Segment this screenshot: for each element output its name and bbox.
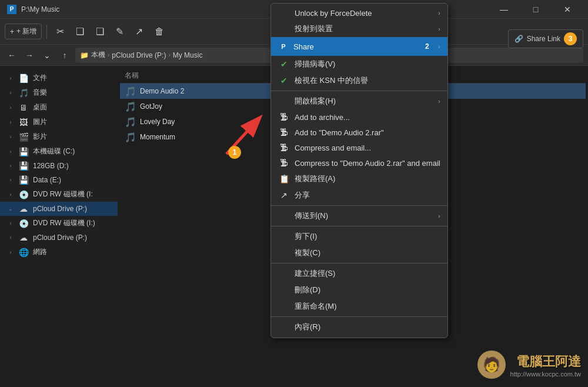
watermark: 🧑 電腦王阿達 http://www.kocpc.com.tw xyxy=(477,351,581,380)
dropdown-button[interactable]: ⌄ xyxy=(40,48,54,62)
sidebar-item-pictures[interactable]: › 🖼 圖片 xyxy=(0,115,118,129)
context-menu: Unlock by ForceDelete › 投射到裝置 › P Share … xyxy=(270,3,448,338)
cm-open-label: 開啟檔案(H) xyxy=(295,96,433,106)
expand-icon: › xyxy=(7,104,14,111)
sidebar-item-pcloud2[interactable]: › ☁ pCloud Drive (P:) xyxy=(0,231,118,245)
dvd-i2-icon: 💿 xyxy=(19,219,28,228)
cm-compressmail[interactable]: 🗜 Compress to "Demo Audio 2.rar" and ema… xyxy=(271,155,447,171)
cm-shortcut[interactable]: 建立捷徑(S) xyxy=(271,265,447,282)
breadcrumb-current[interactable]: My Music xyxy=(173,51,203,59)
archive-icon: 🗜 xyxy=(278,112,290,122)
sidebar-label-dvd-i: DVD RW 磁碟機 (I: xyxy=(33,189,93,199)
sidebar-item-drive-e[interactable]: › 💾 Data (E:) xyxy=(0,173,118,187)
compress-icon: 🗜 xyxy=(278,143,290,152)
file-music-icon: 🎵 xyxy=(125,85,136,97)
maximize-button[interactable]: □ xyxy=(522,0,549,19)
cm-copypath[interactable]: 📋 複製路徑(A) xyxy=(271,171,447,187)
cm-cut-label: 剪下(I) xyxy=(295,231,440,242)
sidebar: › 📄 文件 › 🎵 音樂 › 🖥 桌面 › 🖼 圖片 › 🎬 影片 › 💾 本… xyxy=(0,66,118,387)
window-icon: P xyxy=(7,5,16,14)
arrow-icon-3: › xyxy=(438,44,440,50)
sidebar-label-pcloud: pCloud Drive (P:) xyxy=(33,205,87,213)
cm-archive-label: Add to archive... xyxy=(295,113,440,122)
breadcrumb-drive[interactable]: pCloud Drive (P:) xyxy=(112,51,166,59)
back-button[interactable]: ← xyxy=(5,48,19,62)
close-button[interactable]: ✕ xyxy=(554,0,581,19)
cm-scan[interactable]: ✔ 掃描病毒(V) xyxy=(271,56,447,72)
sidebar-item-dvd-i[interactable]: › 💿 DVD RW 磁碟機 (I: xyxy=(0,187,118,202)
sidebar-item-music[interactable]: › 🎵 音樂 xyxy=(0,85,118,100)
sidebar-label-videos: 影片 xyxy=(33,132,47,142)
badge-2: 2 xyxy=(420,40,433,53)
paste-icon: ❑ xyxy=(96,26,104,37)
cm-ksn[interactable]: ✔ 檢視在 KSN 中的信譽 xyxy=(271,72,447,89)
compressmail-icon: 🗜 xyxy=(278,158,290,168)
share-p-icon: P xyxy=(278,41,289,52)
file-size-gotjoy: KB xyxy=(435,103,581,110)
breadcrumb-sep-2: › xyxy=(168,52,170,58)
sidebar-item-videos[interactable]: › 🎬 影片 xyxy=(0,129,118,144)
cm-copy[interactable]: 複製(C) xyxy=(271,245,447,261)
up-button[interactable]: ↑ xyxy=(58,48,72,62)
dvd-i-icon: 💿 xyxy=(19,190,28,199)
drive-c-icon: 💾 xyxy=(19,147,28,156)
sidebar-item-desktop[interactable]: › 🖥 桌面 xyxy=(0,100,118,115)
cm-cast[interactable]: 投射到裝置 › xyxy=(271,21,447,37)
cut-button[interactable]: ✂ xyxy=(52,24,69,39)
minimize-button[interactable]: — xyxy=(490,0,517,19)
cm-cut[interactable]: 剪下(I) xyxy=(271,228,447,245)
paste-button[interactable]: ❑ xyxy=(91,24,109,39)
copypath-icon: 📋 xyxy=(278,174,290,184)
cm-unlock[interactable]: Unlock by ForceDelete › xyxy=(271,6,447,21)
new-button[interactable]: + + 新增 xyxy=(5,24,42,39)
cm-delete-label: 刪除(D) xyxy=(295,285,440,295)
cm-addrar[interactable]: 🗜 Add to "Demo Audio 2.rar" xyxy=(271,125,447,140)
share-button[interactable]: ↗ xyxy=(131,24,148,39)
sidebar-item-drive-d[interactable]: › 💾 128GB (D:) xyxy=(0,159,118,173)
copy-icon: ❑ xyxy=(76,26,84,37)
sidebar-label-music: 音樂 xyxy=(33,88,47,98)
cm-rename[interactable]: 重新命名(M) xyxy=(271,298,447,315)
arrow-icon-2: › xyxy=(438,26,440,32)
sidebar-label-network: 網路 xyxy=(33,247,47,257)
cm-shortcut-label: 建立捷徑(S) xyxy=(295,268,440,279)
share-link-button[interactable]: 🔗 Share Link 3 xyxy=(508,29,583,48)
cm-archive[interactable]: 🗜 Add to archive... xyxy=(271,109,447,125)
cm-share[interactable]: P Share 2 › xyxy=(271,37,447,56)
cut-icon: ✂ xyxy=(56,26,64,37)
cm-compressmail-label: Compress to "Demo Audio 2.rar" and email xyxy=(295,159,440,168)
window-controls: — □ ✕ xyxy=(490,0,581,19)
desktop-icon: 🖥 xyxy=(19,103,28,112)
separator-1 xyxy=(271,91,447,91)
arrow-icon: › xyxy=(438,10,440,16)
expand-icon: › xyxy=(7,249,14,256)
cm-scan-label: 掃描病毒(V) xyxy=(295,59,440,69)
expand-icon: ⌄ xyxy=(7,205,14,212)
sidebar-item-drive-c[interactable]: › 💾 本機磁碟 (C:) xyxy=(0,144,118,159)
cm-copy-label: 複製(C) xyxy=(295,248,440,258)
sidebar-label-drive-d: 128GB (D:) xyxy=(33,162,69,170)
forward-button[interactable]: → xyxy=(22,48,36,62)
sidebar-item-pcloud[interactable]: ⌄ ☁ pCloud Drive (P:) xyxy=(0,202,118,216)
copy-button[interactable]: ❑ xyxy=(71,24,89,39)
cm-open[interactable]: 開啟檔案(H) › xyxy=(271,93,447,109)
share-link-icon: 🔗 xyxy=(514,35,523,43)
rename-button[interactable]: ✎ xyxy=(111,24,128,39)
drive-e-icon: 💾 xyxy=(19,175,28,185)
sidebar-item-documents[interactable]: › 📄 文件 xyxy=(0,71,118,85)
cm-ksn-label: 檢視在 KSN 中的信譽 xyxy=(295,75,440,86)
cm-sendto[interactable]: 傳送到(N) › xyxy=(271,208,447,224)
expand-icon: › xyxy=(7,75,14,82)
breadcrumb-sep-1: › xyxy=(108,52,109,58)
cm-compress[interactable]: 🗜 Compress and email... xyxy=(271,140,447,155)
sidebar-item-dvd-i2[interactable]: › 💿 DVD RW 磁碟機 (I:) xyxy=(0,216,118,231)
file-music-icon-2: 🎵 xyxy=(125,101,136,112)
cm-delete[interactable]: 刪除(D) xyxy=(271,282,447,298)
breadcrumb-home[interactable]: 本機 xyxy=(91,50,105,60)
cm-cast-label: 投射到裝置 xyxy=(295,24,433,34)
cm-share2[interactable]: ↗ 分享 xyxy=(271,187,447,203)
cm-properties[interactable]: 內容(R) xyxy=(271,319,447,335)
pictures-icon: 🖼 xyxy=(19,118,28,127)
sidebar-item-network[interactable]: › 🌐 網路 xyxy=(0,245,118,259)
delete-button[interactable]: 🗑 xyxy=(150,24,169,39)
